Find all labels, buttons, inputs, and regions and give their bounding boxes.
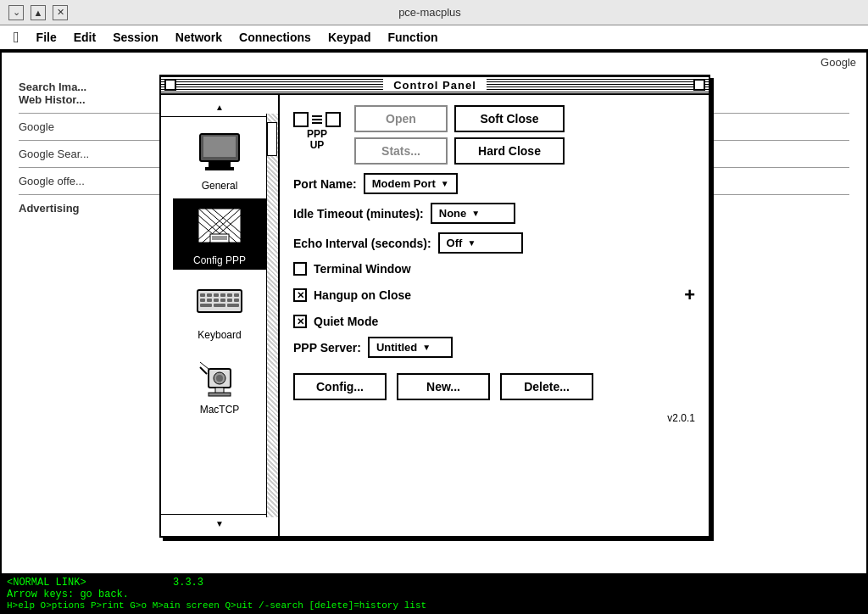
sidebar-item-general-label: General (202, 180, 238, 192)
delete-button[interactable]: Delete... (500, 373, 593, 400)
plus-icon: + (684, 284, 695, 306)
ppp-circle-left (293, 112, 309, 127)
title-bar: ⌄ ▲ ✕ pce-macplus (0, 0, 868, 25)
sidebar-item-general[interactable]: General (173, 124, 266, 195)
minimize-button[interactable]: ⌄ (8, 5, 24, 20)
ppp-server-label: PPP Server: (293, 341, 361, 354)
menu-bar:  File Edit Session Network Connections … (0, 25, 868, 51)
svg-rect-3 (205, 167, 234, 170)
config-button[interactable]: Config... (293, 373, 387, 400)
sidebar-item-keyboard-label: Keyboard (198, 329, 241, 341)
svg-rect-22 (200, 299, 205, 302)
port-name-arrow: ▼ (441, 179, 449, 188)
keyboard-icon (194, 276, 245, 327)
echo-interval-select[interactable]: Off ▼ (438, 232, 523, 254)
svg-point-33 (216, 375, 223, 382)
title-bar-controls[interactable]: ⌄ ▲ ✕ (8, 5, 68, 20)
cp-scroll-down[interactable]: ▼ (161, 514, 278, 533)
ppp-status-label: PPPUP (307, 129, 327, 151)
menu-connections[interactable]: Connections (231, 27, 320, 47)
cp-title: Control Panel (383, 79, 487, 92)
version-text: v2.0.1 (293, 412, 695, 424)
svg-rect-25 (220, 299, 225, 302)
ppp-server-value: Untitled (376, 341, 417, 354)
ppp-diagram: PPPUP (293, 112, 341, 151)
svg-rect-27 (234, 299, 239, 302)
cp-scroll-up[interactable]: ▲ (161, 98, 278, 117)
status-version: 3.3.3 (166, 573, 210, 592)
menu-function[interactable]: Function (379, 27, 446, 47)
status-line-1: <NORMAL LINK> (7, 577, 861, 589)
cp-main-content: PPPUP Open Soft Close Stats... Hard Clos… (280, 95, 709, 536)
port-name-value: Modem Port (372, 177, 436, 190)
terminal-window-row: Terminal Window (293, 262, 695, 276)
cp-title-bar: Control Panel (161, 76, 709, 95)
hard-close-button[interactable]: Hard Close (454, 137, 565, 165)
menu-keypad[interactable]: Keypad (320, 27, 380, 47)
quiet-mode-checkbox[interactable] (293, 315, 307, 328)
idle-timeout-row: Idle Timeout (minutes): None ▼ (293, 203, 695, 224)
idle-timeout-value: None (439, 207, 467, 220)
sidebar-item-config-ppp-label: Config PPP (193, 254, 246, 266)
svg-rect-14 (212, 236, 227, 240)
svg-rect-20 (227, 293, 232, 297)
ppp-server-select[interactable]: Untitled ▼ (368, 337, 453, 358)
mactcp-icon (194, 351, 245, 402)
window-title: pce-macplus (68, 6, 792, 19)
port-name-select[interactable]: Modem Port ▼ (364, 173, 458, 194)
svg-rect-17 (207, 293, 212, 297)
cp-zoom-box[interactable] (693, 79, 705, 91)
svg-rect-19 (220, 293, 225, 297)
status-line-2: Arrow keys: go back. (7, 589, 861, 600)
menu-file[interactable]: File (28, 27, 65, 47)
close-button[interactable]: ✕ (53, 5, 68, 20)
svg-rect-35 (209, 393, 231, 396)
svg-rect-16 (200, 293, 205, 297)
svg-rect-24 (214, 299, 219, 302)
port-name-label: Port Name: (293, 177, 357, 191)
menu-edit[interactable]: Edit (65, 27, 104, 47)
ppp-server-row: PPP Server: Untitled ▼ (293, 337, 695, 358)
hangup-on-close-row: Hangup on Close + (293, 284, 695, 306)
port-name-row: Port Name: Modem Port ▼ (293, 173, 695, 194)
cp-sidebar: ▲ General (161, 95, 280, 536)
svg-rect-1 (203, 137, 236, 157)
echo-interval-row: Echo Interval (seconds): Off ▼ (293, 232, 695, 254)
sidebar-item-mactcp[interactable]: MacTCP (173, 348, 266, 419)
cp-body: ▲ General (161, 95, 709, 536)
bottom-buttons: Config... New... Delete... (293, 373, 695, 400)
idle-timeout-arrow: ▼ (471, 209, 480, 218)
sidebar-item-mactcp-label: MacTCP (200, 404, 240, 416)
svg-rect-26 (227, 299, 232, 302)
ppp-header-section: PPPUP Open Soft Close Stats... Hard Clos… (293, 105, 695, 165)
hangup-on-close-checkbox[interactable] (293, 288, 307, 302)
scrollbar-thumb[interactable] (267, 122, 277, 156)
svg-rect-21 (234, 293, 239, 297)
ppp-server-arrow: ▼ (422, 343, 431, 352)
apple-menu[interactable]:  (5, 27, 28, 48)
terminal-window-label: Terminal Window (314, 262, 411, 276)
maximize-button[interactable]: ▲ (31, 5, 46, 20)
control-panel-window: Control Panel ▲ (159, 75, 710, 538)
terminal-window-checkbox[interactable] (293, 262, 307, 276)
cp-close-box[interactable] (164, 79, 176, 91)
scrollbar-track (266, 114, 278, 517)
sidebar-item-keyboard[interactable]: Keyboard (173, 273, 266, 344)
open-button[interactable]: Open (354, 105, 448, 132)
svg-rect-18 (214, 293, 219, 297)
idle-timeout-select[interactable]: None ▼ (431, 203, 515, 224)
soft-close-button[interactable]: Soft Close (454, 105, 565, 132)
stats-button[interactable]: Stats... (354, 137, 448, 165)
menu-network[interactable]: Network (167, 27, 231, 47)
button-group: Open Soft Close Stats... Hard Close (354, 105, 695, 165)
menu-session[interactable]: Session (104, 27, 167, 47)
echo-interval-value: Off (447, 237, 463, 249)
general-icon (194, 127, 245, 178)
svg-rect-30 (227, 304, 239, 307)
quiet-mode-row: Quiet Mode (293, 315, 695, 328)
echo-interval-label: Echo Interval (seconds): (293, 237, 431, 250)
new-button[interactable]: New... (397, 373, 490, 400)
svg-rect-23 (207, 299, 212, 302)
sidebar-item-config-ppp[interactable]: Config PPP (173, 198, 266, 270)
ppp-circle-right (326, 112, 341, 127)
